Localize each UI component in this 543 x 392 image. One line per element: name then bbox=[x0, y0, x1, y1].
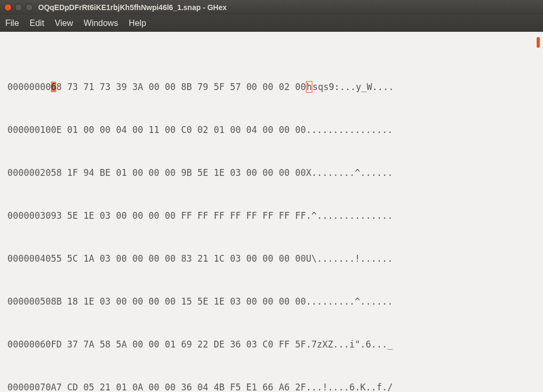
hex-row: 0000000068 73 71 73 39 3A 00 00 8B 79 5F… bbox=[7, 80, 536, 94]
scrollbar-thumb[interactable] bbox=[537, 37, 540, 48]
menu-help[interactable]: Help bbox=[129, 19, 146, 28]
window-controls bbox=[4, 4, 33, 11]
maximize-icon[interactable] bbox=[25, 4, 33, 11]
hex-row: 000000100E 01 00 00 04 00 11 00 C0 02 01… bbox=[7, 123, 536, 137]
hex-row: 0000004055 5C 1A 03 00 00 00 00 83 21 1C… bbox=[7, 252, 536, 266]
cursor-byte: 6 bbox=[51, 82, 56, 92]
window-title: OQqEDpDFrRt6iKE1rbjKh5fhNwpi46l6_1.snap … bbox=[38, 3, 227, 12]
menu-view[interactable]: View bbox=[55, 19, 73, 28]
menu-windows[interactable]: Windows bbox=[84, 19, 118, 28]
menu-edit[interactable]: Edit bbox=[30, 19, 45, 28]
hex-row: 0000002058 1F 94 BE 01 00 00 00 9B 5E 1E… bbox=[7, 166, 536, 180]
hex-row: 00000070A7 CD 05 21 01 0A 00 00 36 04 4B… bbox=[7, 380, 536, 392]
hex-row: 000000508B 18 1E 03 00 00 00 00 15 5E 1E… bbox=[7, 295, 536, 309]
menubar: File Edit View Windows Help bbox=[0, 15, 543, 32]
window-titlebar: OQqEDpDFrRt6iKE1rbjKh5fhNwpi46l6_1.snap … bbox=[0, 0, 543, 15]
minimize-icon[interactable] bbox=[15, 4, 22, 11]
hex-row: 0000003093 5E 1E 03 00 00 00 00 FF FF FF… bbox=[7, 209, 536, 223]
hex-view[interactable]: 0000000068 73 71 73 39 3A 00 00 8B 79 5F… bbox=[0, 32, 543, 392]
close-icon[interactable] bbox=[4, 4, 12, 11]
ascii-cursor: h bbox=[306, 81, 312, 93]
menu-file[interactable]: File bbox=[5, 19, 19, 28]
hex-row: 00000060FD 37 7A 58 5A 00 00 01 69 22 DE… bbox=[7, 337, 536, 352]
